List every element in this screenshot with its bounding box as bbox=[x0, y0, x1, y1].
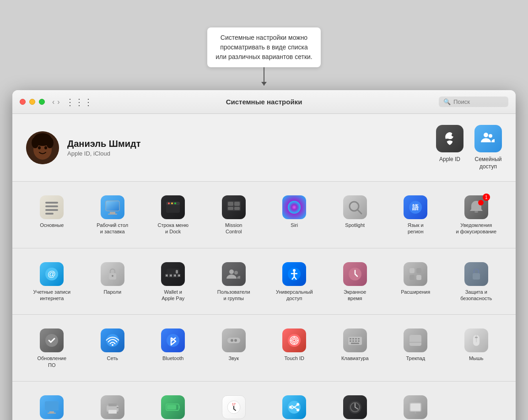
software-label: Обновление ПО bbox=[37, 355, 66, 368]
pref-item-startup[interactable]: Загрузочный диск bbox=[387, 391, 444, 420]
svg-rect-70 bbox=[358, 338, 360, 339]
internet-label: Учетные записи интернета bbox=[33, 289, 70, 302]
svg-rect-32 bbox=[474, 211, 478, 213]
svg-rect-73 bbox=[355, 340, 357, 342]
maximize-button[interactable] bbox=[39, 99, 45, 105]
bluetooth-icon bbox=[161, 328, 185, 352]
pref-item-accessibility[interactable]: Универсальный доступ bbox=[266, 258, 323, 306]
svg-text:語: 語 bbox=[412, 204, 419, 211]
avatar[interactable] bbox=[26, 131, 59, 164]
pref-item-timemachine[interactable]: Time Machine bbox=[327, 391, 384, 420]
pref-item-desktop[interactable]: Рабочий стол и заставка bbox=[84, 191, 141, 239]
siri-label: Siri bbox=[291, 222, 298, 228]
network-label: Сеть bbox=[107, 355, 118, 361]
svg-point-95 bbox=[289, 406, 292, 409]
pref-item-printers[interactable]: Принтеры и сканеры bbox=[84, 391, 141, 420]
pref-item-menubar[interactable]: Строка меню и Dock bbox=[145, 191, 202, 239]
svg-point-57 bbox=[112, 344, 113, 346]
sound-label: Звук bbox=[228, 355, 239, 361]
grid-view-icon[interactable]: ⋮⋮⋮ bbox=[65, 97, 93, 108]
svg-rect-51 bbox=[416, 268, 421, 273]
family-sharing-button[interactable]: Семейный доступ bbox=[474, 125, 502, 170]
pref-item-software[interactable]: Обновление ПО bbox=[23, 324, 81, 372]
svg-rect-84 bbox=[48, 413, 56, 414]
pref-item-users[interactable]: Пользователи и группы bbox=[205, 258, 263, 306]
bluetooth-label: Bluetooth bbox=[162, 355, 183, 361]
extensions-icon bbox=[404, 262, 427, 286]
pref-item-touchid[interactable]: Touch ID bbox=[266, 324, 323, 372]
pref-item-extensions[interactable]: Расширения bbox=[387, 258, 444, 306]
svg-rect-52 bbox=[409, 275, 415, 280]
pref-item-datetime[interactable]: 17Дата и время bbox=[205, 391, 263, 420]
pref-item-passwords[interactable]: Пароли bbox=[84, 258, 141, 306]
grid-section-1: @Учетные записи интернетаПароли▣ ▣ ▣ ▣Wa… bbox=[12, 248, 516, 315]
pref-item-sound[interactable]: Звук bbox=[205, 324, 263, 372]
pref-item-language[interactable]: 語Язык и регион bbox=[387, 191, 444, 239]
svg-point-3 bbox=[32, 137, 39, 148]
timemachine-icon bbox=[343, 395, 367, 419]
extensions-label: Расширения bbox=[401, 289, 430, 295]
pref-item-sharing[interactable]: Общий доступ bbox=[266, 391, 323, 420]
svg-point-62 bbox=[288, 334, 301, 347]
siri-icon bbox=[282, 195, 306, 219]
svg-rect-74 bbox=[358, 340, 360, 342]
pref-item-displays[interactable]: Мониторы bbox=[23, 391, 81, 420]
notification-badge: 1 bbox=[483, 194, 490, 201]
desktop-label: Рабочий стол и заставка bbox=[97, 222, 128, 235]
sound-icon bbox=[222, 328, 246, 352]
desktop-icon bbox=[101, 195, 124, 219]
svg-rect-72 bbox=[352, 340, 354, 342]
pref-item-security[interactable]: Защита и безопасность bbox=[448, 258, 505, 306]
svg-text:@: @ bbox=[48, 269, 56, 279]
svg-rect-59 bbox=[227, 338, 240, 343]
pref-item-keyboard[interactable]: Клавиатура bbox=[327, 324, 384, 372]
displays-icon bbox=[40, 395, 64, 419]
startup-icon bbox=[404, 395, 427, 419]
svg-rect-68 bbox=[352, 338, 354, 339]
svg-rect-50 bbox=[409, 268, 415, 273]
minimize-button[interactable] bbox=[29, 99, 35, 105]
forward-arrow[interactable]: › bbox=[57, 98, 59, 106]
svg-point-96 bbox=[296, 403, 299, 406]
svg-rect-12 bbox=[45, 213, 54, 215]
svg-point-5 bbox=[38, 146, 41, 149]
wallet-label: Wallet и Apple Pay bbox=[162, 289, 184, 302]
pref-item-siri[interactable]: Siri bbox=[266, 191, 323, 239]
pref-item-network[interactable]: Сеть bbox=[84, 324, 141, 372]
pref-item-general[interactable]: Основные bbox=[23, 191, 81, 239]
svg-point-41 bbox=[229, 269, 234, 274]
svg-point-6 bbox=[44, 146, 47, 149]
pref-item-internet[interactable]: @Учетные записи интернета bbox=[23, 258, 81, 306]
svg-point-7 bbox=[484, 133, 488, 137]
pref-item-mouse[interactable]: Мышь bbox=[448, 324, 505, 372]
svg-rect-71 bbox=[350, 340, 351, 342]
pref-item-wallet[interactable]: ▣ ▣ ▣ ▣Wallet и Apple Pay bbox=[145, 258, 202, 306]
close-button[interactable] bbox=[20, 99, 26, 105]
svg-point-27 bbox=[288, 201, 301, 214]
svg-rect-39 bbox=[176, 270, 178, 274]
svg-rect-25 bbox=[228, 207, 233, 210]
pref-item-notifications[interactable]: 1Уведомления и фокусирование bbox=[448, 191, 505, 239]
user-info: Даниэль Шмидт Apple ID, iCloud bbox=[67, 139, 436, 157]
pref-item-battery[interactable]: Аккумулятор bbox=[145, 391, 202, 420]
pref-item-screentime[interactable]: Экранное время bbox=[327, 258, 384, 306]
window-title: Системные настройки bbox=[226, 98, 302, 106]
system-preferences-window: ‹ › ⋮⋮⋮ Системные настройки 🔍 bbox=[12, 90, 516, 420]
svg-point-60 bbox=[231, 339, 233, 342]
search-input[interactable] bbox=[453, 98, 504, 105]
search-box[interactable]: 🔍 bbox=[439, 97, 508, 107]
grid-section-3: МониторыПринтеры и сканерыАккумулятор17Д… bbox=[12, 382, 516, 420]
svg-rect-54 bbox=[473, 273, 480, 280]
security-label: Защита и безопасность bbox=[460, 289, 492, 302]
apple-id-button[interactable]: Apple ID bbox=[436, 125, 463, 163]
spotlight-icon bbox=[343, 195, 367, 219]
back-arrow[interactable]: ‹ bbox=[52, 98, 54, 106]
pref-item-spotlight[interactable]: Spotlight bbox=[327, 191, 384, 239]
pref-item-trackpad[interactable]: Трекпад bbox=[387, 324, 444, 372]
pref-item-bluetooth[interactable]: Bluetooth bbox=[145, 324, 202, 372]
profile-right-icons: Apple ID Семейный доступ bbox=[436, 125, 502, 170]
pref-item-mission[interactable]: Mission Control bbox=[205, 191, 263, 239]
svg-rect-15 bbox=[110, 212, 115, 214]
svg-rect-16 bbox=[108, 214, 117, 215]
svg-rect-69 bbox=[355, 338, 357, 339]
